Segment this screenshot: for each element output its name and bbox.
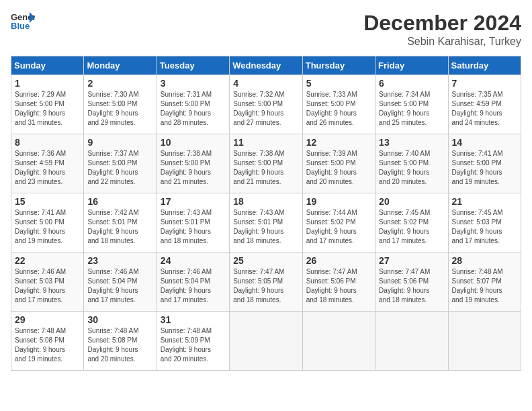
location-title: Sebin Karahisar, Turkey (363, 36, 521, 48)
calendar-cell: 24Sunrise: 7:46 AMSunset: 5:04 PMDayligh… (157, 253, 229, 312)
calendar-cell (230, 312, 302, 371)
col-friday: Friday (375, 56, 448, 75)
cell-content: Sunrise: 7:37 AMSunset: 5:00 PMDaylight:… (87, 149, 152, 187)
cell-content: Sunrise: 7:46 AMSunset: 5:04 PMDaylight:… (87, 267, 152, 305)
calendar-cell: 29Sunrise: 7:48 AMSunset: 5:08 PMDayligh… (11, 312, 84, 371)
day-number: 8 (15, 137, 80, 148)
day-number: 25 (233, 255, 298, 266)
calendar-cell: 31Sunrise: 7:48 AMSunset: 5:09 PMDayligh… (157, 312, 229, 371)
calendar-cell: 1Sunrise: 7:29 AMSunset: 5:00 PMDaylight… (11, 75, 84, 134)
cell-content: Sunrise: 7:46 AMSunset: 5:03 PMDaylight:… (15, 267, 80, 305)
cell-content: Sunrise: 7:45 AMSunset: 5:03 PMDaylight:… (452, 208, 517, 246)
cell-content: Sunrise: 7:46 AMSunset: 5:04 PMDaylight:… (161, 267, 226, 305)
cell-content: Sunrise: 7:44 AMSunset: 5:02 PMDaylight:… (306, 208, 371, 246)
day-number: 23 (87, 255, 152, 266)
day-number: 6 (379, 78, 444, 89)
calendar-cell: 9Sunrise: 7:37 AMSunset: 5:00 PMDaylight… (84, 134, 157, 193)
cell-content: Sunrise: 7:35 AMSunset: 4:59 PMDaylight:… (452, 90, 517, 128)
cell-content: Sunrise: 7:47 AMSunset: 5:06 PMDaylight:… (306, 267, 371, 305)
header-row: Sunday Monday Tuesday Wednesday Thursday… (11, 56, 521, 75)
col-saturday: Saturday (448, 56, 521, 75)
calendar-week-0: 1Sunrise: 7:29 AMSunset: 5:00 PMDaylight… (11, 75, 521, 134)
day-number: 26 (306, 255, 371, 266)
calendar-cell: 17Sunrise: 7:43 AMSunset: 5:01 PMDayligh… (157, 193, 229, 253)
day-number: 3 (161, 78, 226, 89)
day-number: 18 (233, 196, 298, 207)
logo-icon: General Blue (11, 11, 35, 31)
day-number: 17 (161, 196, 226, 207)
cell-content: Sunrise: 7:38 AMSunset: 5:00 PMDaylight:… (233, 149, 298, 187)
day-number: 12 (306, 137, 371, 148)
calendar-cell: 12Sunrise: 7:39 AMSunset: 5:00 PMDayligh… (302, 134, 375, 193)
col-thursday: Thursday (302, 56, 375, 75)
day-number: 1 (15, 78, 80, 89)
calendar-table: Sunday Monday Tuesday Wednesday Thursday… (11, 56, 521, 371)
calendar-cell (375, 312, 448, 371)
calendar-cell: 13Sunrise: 7:40 AMSunset: 5:00 PMDayligh… (375, 134, 448, 193)
calendar-cell: 20Sunrise: 7:45 AMSunset: 5:02 PMDayligh… (375, 193, 448, 253)
cell-content: Sunrise: 7:48 AMSunset: 5:08 PMDaylight:… (87, 326, 152, 364)
day-number: 11 (233, 137, 298, 148)
cell-content: Sunrise: 7:40 AMSunset: 5:00 PMDaylight:… (379, 149, 444, 187)
calendar-cell: 16Sunrise: 7:42 AMSunset: 5:01 PMDayligh… (84, 193, 157, 253)
calendar-cell: 4Sunrise: 7:32 AMSunset: 5:00 PMDaylight… (230, 75, 302, 134)
day-number: 21 (452, 196, 517, 207)
col-wednesday: Wednesday (230, 56, 302, 75)
logo: General Blue (11, 11, 35, 31)
day-number: 7 (452, 78, 517, 89)
calendar-cell: 8Sunrise: 7:36 AMSunset: 4:59 PMDaylight… (11, 134, 84, 193)
calendar-cell: 11Sunrise: 7:38 AMSunset: 5:00 PMDayligh… (230, 134, 302, 193)
day-number: 5 (306, 78, 371, 89)
cell-content: Sunrise: 7:41 AMSunset: 5:00 PMDaylight:… (452, 149, 517, 187)
cell-content: Sunrise: 7:45 AMSunset: 5:02 PMDaylight:… (379, 208, 444, 246)
calendar-week-1: 8Sunrise: 7:36 AMSunset: 4:59 PMDaylight… (11, 134, 521, 193)
calendar-cell (448, 312, 521, 371)
cell-content: Sunrise: 7:32 AMSunset: 5:00 PMDaylight:… (233, 90, 298, 128)
calendar-cell: 7Sunrise: 7:35 AMSunset: 4:59 PMDaylight… (448, 75, 521, 134)
cell-content: Sunrise: 7:33 AMSunset: 5:00 PMDaylight:… (306, 90, 371, 128)
cell-content: Sunrise: 7:43 AMSunset: 5:01 PMDaylight:… (233, 208, 298, 246)
cell-content: Sunrise: 7:41 AMSunset: 5:00 PMDaylight:… (15, 208, 80, 246)
cell-content: Sunrise: 7:48 AMSunset: 5:09 PMDaylight:… (161, 326, 226, 364)
day-number: 4 (233, 78, 298, 89)
calendar-cell: 5Sunrise: 7:33 AMSunset: 5:00 PMDaylight… (302, 75, 375, 134)
calendar-cell: 23Sunrise: 7:46 AMSunset: 5:04 PMDayligh… (84, 253, 157, 312)
title-area: December 2024 Sebin Karahisar, Turkey (363, 11, 521, 48)
calendar-cell: 10Sunrise: 7:38 AMSunset: 5:00 PMDayligh… (157, 134, 229, 193)
calendar-cell: 30Sunrise: 7:48 AMSunset: 5:08 PMDayligh… (84, 312, 157, 371)
cell-content: Sunrise: 7:38 AMSunset: 5:00 PMDaylight:… (161, 149, 226, 187)
calendar-cell: 3Sunrise: 7:31 AMSunset: 5:00 PMDaylight… (157, 75, 229, 134)
col-monday: Monday (84, 56, 157, 75)
cell-content: Sunrise: 7:34 AMSunset: 5:00 PMDaylight:… (379, 90, 444, 128)
calendar-cell: 14Sunrise: 7:41 AMSunset: 5:00 PMDayligh… (448, 134, 521, 193)
day-number: 13 (379, 137, 444, 148)
calendar-cell: 18Sunrise: 7:43 AMSunset: 5:01 PMDayligh… (230, 193, 302, 253)
day-number: 22 (15, 255, 80, 266)
day-number: 29 (15, 314, 80, 325)
day-number: 19 (306, 196, 371, 207)
cell-content: Sunrise: 7:47 AMSunset: 5:05 PMDaylight:… (233, 267, 298, 305)
day-number: 15 (15, 196, 80, 207)
day-number: 16 (87, 196, 152, 207)
calendar-cell (302, 312, 375, 371)
day-number: 9 (87, 137, 152, 148)
calendar-cell: 28Sunrise: 7:48 AMSunset: 5:07 PMDayligh… (448, 253, 521, 312)
col-tuesday: Tuesday (157, 56, 229, 75)
calendar-cell: 21Sunrise: 7:45 AMSunset: 5:03 PMDayligh… (448, 193, 521, 253)
cell-content: Sunrise: 7:29 AMSunset: 5:00 PMDaylight:… (15, 90, 80, 128)
cell-content: Sunrise: 7:47 AMSunset: 5:06 PMDaylight:… (379, 267, 444, 305)
cell-content: Sunrise: 7:43 AMSunset: 5:01 PMDaylight:… (161, 208, 226, 246)
cell-content: Sunrise: 7:48 AMSunset: 5:07 PMDaylight:… (452, 267, 517, 305)
month-title: December 2024 (363, 11, 521, 36)
cell-content: Sunrise: 7:48 AMSunset: 5:08 PMDaylight:… (15, 326, 80, 364)
cell-content: Sunrise: 7:42 AMSunset: 5:01 PMDaylight:… (87, 208, 152, 246)
cell-content: Sunrise: 7:30 AMSunset: 5:00 PMDaylight:… (87, 90, 152, 128)
calendar-week-4: 29Sunrise: 7:48 AMSunset: 5:08 PMDayligh… (11, 312, 521, 371)
header: General Blue December 2024 Sebin Karahis… (11, 11, 521, 48)
calendar-cell: 25Sunrise: 7:47 AMSunset: 5:05 PMDayligh… (230, 253, 302, 312)
day-number: 30 (87, 314, 152, 325)
col-sunday: Sunday (11, 56, 84, 75)
calendar-cell: 19Sunrise: 7:44 AMSunset: 5:02 PMDayligh… (302, 193, 375, 253)
day-number: 10 (161, 137, 226, 148)
day-number: 31 (161, 314, 226, 325)
